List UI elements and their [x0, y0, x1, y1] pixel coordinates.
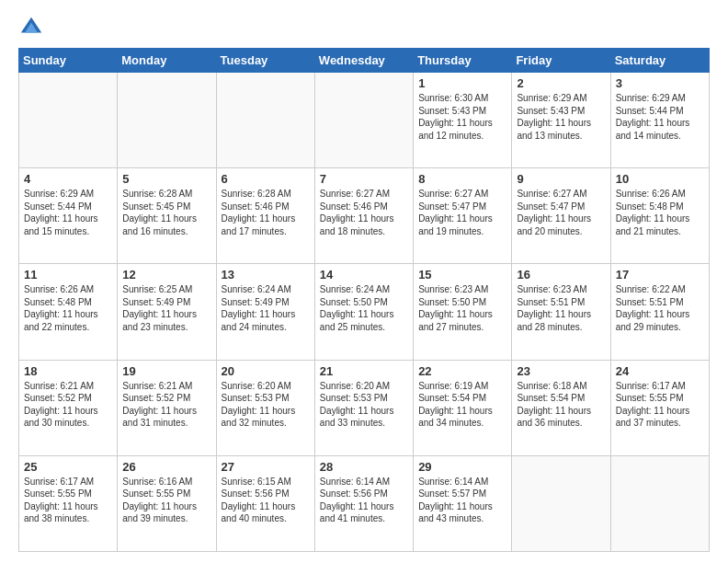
day-info: Sunrise: 6:23 AM Sunset: 5:50 PM Dayligh…	[418, 283, 506, 333]
calendar-cell: 23Sunrise: 6:18 AM Sunset: 5:54 PM Dayli…	[512, 360, 610, 455]
day-number: 9	[517, 172, 605, 186]
day-number: 15	[418, 268, 506, 282]
calendar-cell: 15Sunrise: 6:23 AM Sunset: 5:50 PM Dayli…	[414, 264, 512, 360]
day-info: Sunrise: 6:23 AM Sunset: 5:51 PM Dayligh…	[517, 283, 605, 333]
day-info: Sunrise: 6:16 AM Sunset: 5:55 PM Dayligh…	[122, 476, 210, 525]
day-number: 20	[222, 364, 310, 378]
day-info: Sunrise: 6:28 AM Sunset: 5:46 PM Dayligh…	[222, 188, 310, 237]
day-info: Sunrise: 6:22 AM Sunset: 5:51 PM Dayligh…	[616, 283, 704, 333]
calendar-cell: 17Sunrise: 6:22 AM Sunset: 5:51 PM Dayli…	[610, 264, 709, 360]
calendar-cell: 29Sunrise: 6:14 AM Sunset: 5:57 PM Dayli…	[414, 455, 512, 551]
calendar-cell: 11Sunrise: 6:26 AM Sunset: 5:48 PM Dayli…	[19, 264, 118, 360]
calendar-cell: 25Sunrise: 6:17 AM Sunset: 5:55 PM Dayli…	[19, 455, 118, 551]
calendar-cell: 16Sunrise: 6:23 AM Sunset: 5:51 PM Dayli…	[512, 264, 610, 360]
day-number: 17	[616, 268, 704, 282]
day-info: Sunrise: 6:17 AM Sunset: 5:55 PM Dayligh…	[24, 476, 112, 525]
day-info: Sunrise: 6:29 AM Sunset: 5:44 PM Dayligh…	[616, 92, 704, 142]
weekday-monday: Monday	[118, 49, 216, 73]
day-number: 25	[24, 460, 112, 474]
calendar-cell: 12Sunrise: 6:25 AM Sunset: 5:49 PM Dayli…	[118, 264, 216, 360]
day-number: 6	[222, 172, 310, 186]
day-number: 19	[122, 364, 210, 378]
day-info: Sunrise: 6:21 AM Sunset: 5:52 PM Dayligh…	[122, 380, 210, 430]
day-number: 7	[320, 172, 408, 186]
day-info: Sunrise: 6:19 AM Sunset: 5:54 PM Dayligh…	[418, 380, 506, 430]
day-number: 28	[320, 460, 408, 474]
weekday-thursday: Thursday	[414, 49, 512, 73]
day-info: Sunrise: 6:20 AM Sunset: 5:53 PM Dayligh…	[320, 380, 408, 430]
day-info: Sunrise: 6:27 AM Sunset: 5:47 PM Dayligh…	[517, 188, 605, 237]
day-number: 26	[122, 460, 210, 474]
day-info: Sunrise: 6:15 AM Sunset: 5:56 PM Dayligh…	[222, 476, 310, 525]
day-info: Sunrise: 6:28 AM Sunset: 5:45 PM Dayligh…	[122, 188, 210, 237]
day-info: Sunrise: 6:27 AM Sunset: 5:46 PM Dayligh…	[320, 188, 408, 237]
calendar-cell: 19Sunrise: 6:21 AM Sunset: 5:52 PM Dayli…	[118, 360, 216, 455]
calendar-cell: 28Sunrise: 6:14 AM Sunset: 5:56 PM Dayli…	[314, 455, 413, 551]
day-number: 29	[418, 460, 506, 474]
day-number: 11	[24, 268, 112, 282]
calendar-cell: 20Sunrise: 6:20 AM Sunset: 5:53 PM Dayli…	[216, 360, 314, 455]
calendar-cell: 8Sunrise: 6:27 AM Sunset: 5:47 PM Daylig…	[414, 168, 512, 264]
day-number: 18	[24, 364, 112, 378]
day-number: 1	[418, 76, 506, 90]
calendar-cell: 26Sunrise: 6:16 AM Sunset: 5:55 PM Dayli…	[118, 455, 216, 551]
calendar-cell: 7Sunrise: 6:27 AM Sunset: 5:46 PM Daylig…	[314, 168, 413, 264]
calendar-week-1: 1Sunrise: 6:30 AM Sunset: 5:43 PM Daylig…	[19, 73, 710, 168]
weekday-saturday: Saturday	[610, 49, 709, 73]
calendar-cell: 27Sunrise: 6:15 AM Sunset: 5:56 PM Dayli…	[216, 455, 314, 551]
day-number: 23	[517, 364, 605, 378]
day-number: 2	[517, 76, 605, 90]
calendar-cell: 18Sunrise: 6:21 AM Sunset: 5:52 PM Dayli…	[19, 360, 118, 455]
calendar-cell: 24Sunrise: 6:17 AM Sunset: 5:55 PM Dayli…	[610, 360, 709, 455]
day-number: 13	[222, 268, 310, 282]
calendar-cell	[314, 73, 413, 168]
calendar-week-5: 25Sunrise: 6:17 AM Sunset: 5:55 PM Dayli…	[19, 455, 710, 551]
day-info: Sunrise: 6:29 AM Sunset: 5:43 PM Dayligh…	[517, 92, 605, 142]
day-info: Sunrise: 6:21 AM Sunset: 5:52 PM Dayligh…	[24, 380, 112, 430]
calendar-cell	[216, 73, 314, 168]
day-number: 22	[418, 364, 506, 378]
calendar-cell: 21Sunrise: 6:20 AM Sunset: 5:53 PM Dayli…	[314, 360, 413, 455]
calendar-week-3: 11Sunrise: 6:26 AM Sunset: 5:48 PM Dayli…	[19, 264, 710, 360]
day-info: Sunrise: 6:27 AM Sunset: 5:47 PM Dayligh…	[418, 188, 506, 237]
day-number: 5	[122, 172, 210, 186]
day-number: 4	[24, 172, 112, 186]
day-number: 16	[517, 268, 605, 282]
day-number: 10	[616, 172, 704, 186]
generalblue-logo-icon	[18, 15, 44, 40]
day-number: 12	[122, 268, 210, 282]
day-info: Sunrise: 6:14 AM Sunset: 5:56 PM Dayligh…	[320, 476, 408, 525]
calendar-cell: 10Sunrise: 6:26 AM Sunset: 5:48 PM Dayli…	[610, 168, 709, 264]
calendar-week-2: 4Sunrise: 6:29 AM Sunset: 5:44 PM Daylig…	[19, 168, 710, 264]
calendar-table: SundayMondayTuesdayWednesdayThursdayFrid…	[18, 48, 710, 552]
day-info: Sunrise: 6:24 AM Sunset: 5:49 PM Dayligh…	[222, 283, 310, 333]
day-number: 21	[320, 364, 408, 378]
day-number: 27	[222, 460, 310, 474]
calendar-cell	[610, 455, 709, 551]
day-number: 3	[616, 76, 704, 90]
day-info: Sunrise: 6:29 AM Sunset: 5:44 PM Dayligh…	[24, 188, 112, 237]
calendar-cell: 9Sunrise: 6:27 AM Sunset: 5:47 PM Daylig…	[512, 168, 610, 264]
day-info: Sunrise: 6:17 AM Sunset: 5:55 PM Dayligh…	[616, 380, 704, 430]
calendar-cell	[512, 455, 610, 551]
calendar-cell: 6Sunrise: 6:28 AM Sunset: 5:46 PM Daylig…	[216, 168, 314, 264]
weekday-sunday: Sunday	[19, 49, 118, 73]
day-info: Sunrise: 6:30 AM Sunset: 5:43 PM Dayligh…	[418, 92, 506, 142]
calendar-cell: 2Sunrise: 6:29 AM Sunset: 5:43 PM Daylig…	[512, 73, 610, 168]
day-info: Sunrise: 6:26 AM Sunset: 5:48 PM Dayligh…	[24, 283, 112, 333]
header	[18, 15, 710, 40]
day-info: Sunrise: 6:25 AM Sunset: 5:49 PM Dayligh…	[122, 283, 210, 333]
day-info: Sunrise: 6:14 AM Sunset: 5:57 PM Dayligh…	[418, 476, 506, 525]
weekday-header-row: SundayMondayTuesdayWednesdayThursdayFrid…	[19, 49, 710, 73]
logo	[18, 15, 46, 40]
calendar-cell: 13Sunrise: 6:24 AM Sunset: 5:49 PM Dayli…	[216, 264, 314, 360]
day-number: 8	[418, 172, 506, 186]
calendar-cell: 3Sunrise: 6:29 AM Sunset: 5:44 PM Daylig…	[610, 73, 709, 168]
calendar-cell	[118, 73, 216, 168]
calendar-cell: 14Sunrise: 6:24 AM Sunset: 5:50 PM Dayli…	[314, 264, 413, 360]
day-number: 24	[616, 364, 704, 378]
weekday-tuesday: Tuesday	[216, 49, 314, 73]
calendar-week-4: 18Sunrise: 6:21 AM Sunset: 5:52 PM Dayli…	[19, 360, 710, 455]
calendar-cell: 22Sunrise: 6:19 AM Sunset: 5:54 PM Dayli…	[414, 360, 512, 455]
day-info: Sunrise: 6:26 AM Sunset: 5:48 PM Dayligh…	[616, 188, 704, 237]
